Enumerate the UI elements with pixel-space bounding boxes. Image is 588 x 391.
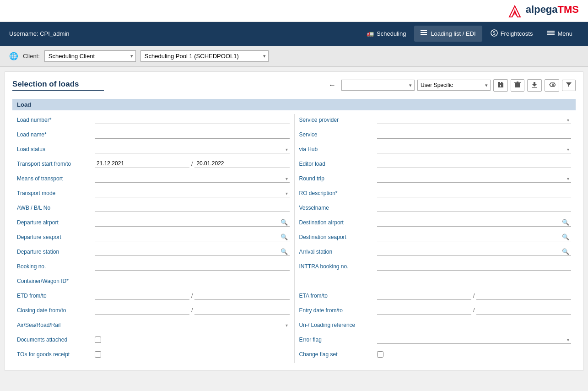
air-sea-road-wrap — [95, 320, 290, 329]
departure-station-search-button[interactable]: 🔍 — [279, 248, 290, 255]
form-right-col: Service provider Service via Hub Editor … — [294, 114, 576, 363]
closing-date-row: Closing date from/to / — [17, 304, 290, 316]
round-trip-wrap — [377, 174, 572, 183]
change-flag-checkbox[interactable] — [377, 351, 383, 358]
destination-airport-input-wrap: 🔍 — [377, 218, 572, 227]
client-select[interactable]: Scheduling Client — [44, 50, 136, 62]
entry-date-from-input[interactable] — [377, 306, 472, 315]
logo-bar: alpegaTMS — [0, 0, 588, 22]
filter-button[interactable] — [562, 80, 576, 91]
documents-attached-checkbox[interactable] — [95, 337, 101, 343]
load-number-input[interactable] — [95, 115, 290, 124]
load-number-row: Load number* — [17, 114, 290, 126]
nav-bar: Username: CPI_admin 🚛 Scheduling Loading… — [0, 22, 588, 46]
nav-menu-label: Menu — [557, 30, 572, 37]
list-icon — [421, 29, 428, 38]
destination-seaport-input[interactable] — [377, 233, 561, 241]
destination-seaport-search-button[interactable]: 🔍 — [560, 234, 571, 240]
svg-rect-2 — [421, 30, 427, 31]
delete-filter-button[interactable] — [511, 79, 524, 92]
entry-date-range: / — [377, 306, 572, 315]
vesselname-input[interactable] — [377, 203, 572, 212]
departure-airport-input[interactable] — [95, 218, 279, 226]
container-wagon-input[interactable] — [95, 277, 290, 285]
service-input[interactable] — [377, 130, 572, 139]
ro-description-input[interactable] — [377, 189, 572, 197]
via-hub-select[interactable] — [377, 145, 572, 153]
air-sea-road-select[interactable] — [95, 320, 290, 329]
nav-freightcosts-label: Freightcosts — [501, 30, 533, 37]
round-trip-select[interactable] — [377, 174, 572, 183]
eta-to-input[interactable] — [476, 291, 571, 300]
destination-airport-input[interactable] — [377, 218, 561, 226]
client-select-wrapper: Scheduling Client — [44, 50, 136, 62]
departure-station-input[interactable] — [95, 247, 279, 255]
arrival-station-input[interactable] — [377, 247, 561, 255]
logo: alpegaTMS — [507, 4, 579, 18]
load-number-label: Load number* — [17, 117, 95, 123]
pool-select[interactable]: Scheduling Pool 1 (SCHEDPOOL1) — [140, 50, 269, 62]
transport-start-from-input[interactable] — [95, 159, 189, 168]
transport-mode-label: Transport mode — [17, 190, 95, 196]
nav-item-freightcosts[interactable]: $ Freightcosts — [484, 26, 539, 42]
eta-from-input[interactable] — [377, 291, 472, 300]
transport-start-label: Transport start from/to — [17, 161, 95, 167]
back-arrow-button[interactable]: ← — [326, 80, 339, 90]
filter-dropdown-wrapper — [341, 80, 415, 91]
destination-airport-search-button[interactable]: 🔍 — [560, 219, 571, 226]
nav-item-loading-list[interactable]: Loading list / EDI — [414, 26, 482, 42]
un-loading-input[interactable] — [377, 320, 572, 329]
closing-to-input[interactable] — [194, 306, 289, 315]
transport-mode-select[interactable] — [95, 189, 290, 197]
nav-item-menu[interactable]: Menu — [541, 26, 579, 42]
etd-to-input[interactable] — [194, 291, 289, 300]
error-flag-select[interactable] — [377, 335, 572, 344]
arrival-station-search-button[interactable]: 🔍 — [560, 248, 571, 255]
container-wagon-label: Container/Wagon ID* — [17, 278, 95, 284]
transport-date-range: / — [95, 159, 290, 168]
filter-dropdown[interactable] — [341, 80, 415, 91]
means-of-transport-label: Means of transport — [17, 175, 95, 182]
transport-start-row: Transport start from/to / — [17, 158, 290, 170]
awb-input[interactable] — [95, 203, 290, 212]
form-grid: Load number* Load name* Load status Tran… — [12, 114, 576, 363]
transport-start-to-input[interactable] — [194, 159, 289, 168]
nav-scheduling-label: Scheduling — [377, 30, 406, 37]
un-loading-row: Un-/ Loading reference — [299, 319, 572, 331]
client-bar: 🌐 Client: Scheduling Client Scheduling P… — [0, 46, 588, 67]
scheduling-icon: 🚛 — [367, 30, 374, 37]
closing-date-range: / — [95, 306, 290, 315]
service-provider-select[interactable] — [377, 115, 572, 124]
tos-goods-checkbox[interactable] — [95, 351, 101, 358]
closing-date-label: Closing date from/to — [17, 307, 95, 314]
entry-date-to-input[interactable] — [476, 306, 571, 315]
etd-label: ETD from/to — [17, 293, 95, 299]
svg-rect-3 — [421, 32, 427, 33]
header-controls: ← User Specific — [326, 79, 576, 92]
logo-text-accent: TMS — [558, 4, 579, 15]
closing-sep: / — [191, 307, 193, 314]
user-specific-select[interactable]: User Specific — [417, 80, 491, 91]
etd-from-input[interactable] — [95, 291, 189, 300]
svg-rect-7 — [547, 31, 555, 32]
tos-goods-row: TOs for goods receipt — [17, 348, 290, 360]
service-provider-wrap — [377, 115, 572, 124]
load-status-select[interactable] — [95, 145, 290, 153]
service-provider-row: Service provider — [299, 114, 572, 126]
save-filter-button[interactable] — [493, 79, 508, 92]
inttra-booking-input[interactable] — [377, 262, 572, 271]
departure-seaport-search-button[interactable]: 🔍 — [279, 234, 290, 240]
departure-seaport-input[interactable] — [95, 233, 279, 241]
load-name-input[interactable] — [95, 130, 290, 139]
transport-mode-wrap — [95, 189, 290, 197]
closing-from-input[interactable] — [95, 306, 189, 315]
nav-item-scheduling[interactable]: 🚛 Scheduling — [360, 27, 412, 41]
change-flag-row: Change flag set — [299, 348, 572, 360]
download-button[interactable] — [527, 79, 542, 92]
documents-attached-row: Documents attached — [17, 334, 290, 346]
departure-airport-search-button[interactable]: 🔍 — [279, 219, 290, 226]
clear-button[interactable] — [545, 79, 559, 92]
booking-no-input[interactable] — [95, 262, 290, 271]
means-of-transport-select[interactable] — [95, 174, 290, 183]
editor-load-input[interactable] — [377, 159, 572, 168]
